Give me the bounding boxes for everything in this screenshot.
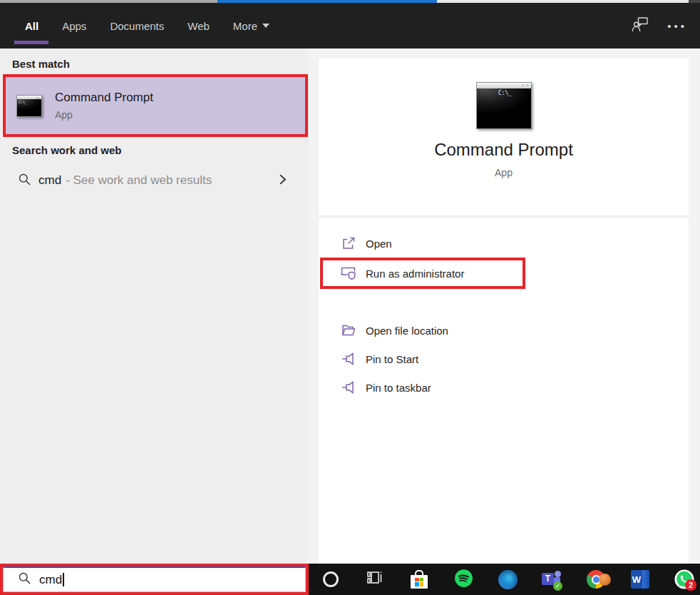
search-input-value: cmd — [39, 573, 62, 586]
preview-panel: - □ × C:\_ Command Prompt App — [309, 49, 700, 564]
divider — [319, 215, 689, 218]
task-view-icon — [366, 569, 384, 589]
search-icon — [18, 173, 31, 189]
active-tab-indicator — [14, 41, 48, 44]
tab-web[interactable]: Web — [187, 20, 210, 32]
search-input[interactable]: cmd — [39, 573, 64, 587]
word-icon: W — [631, 570, 649, 589]
search-web-header: Search work and web — [12, 144, 121, 156]
whatsapp-notification-badge: 2 — [685, 579, 696, 591]
best-match-header: Best match — [12, 58, 70, 70]
whatsapp-icon: 2 — [674, 569, 694, 589]
folder-icon — [341, 322, 356, 338]
web-hint-text: - See work and web results — [66, 173, 212, 188]
action-label: Run as administrator — [366, 268, 464, 280]
taskbar-edge-button[interactable] — [485, 570, 530, 589]
tab-apps[interactable]: Apps — [62, 20, 86, 32]
tab-documents[interactable]: Documents — [110, 20, 164, 32]
action-pin-to-taskbar[interactable]: Pin to taskbar — [341, 373, 431, 402]
result-title: Command Prompt — [55, 91, 153, 105]
chevron-right-icon[interactable] — [279, 173, 287, 188]
admin-shield-icon — [341, 265, 356, 281]
web-query-text: cmd — [38, 173, 61, 188]
web-search-result[interactable]: cmd - See work and web results — [0, 164, 309, 197]
taskbar-cortana-button[interactable] — [309, 571, 353, 587]
taskbar: T ✓ W 2 — [309, 564, 700, 595]
start-search-flyout: All Apps Documents Web More ••• Best mat… — [0, 0, 700, 595]
search-box[interactable]: cmd — [0, 564, 309, 595]
text-caret — [63, 573, 64, 586]
action-label: Open — [366, 238, 392, 250]
filter-tabs: All Apps Documents Web More — [25, 3, 269, 49]
launch-icon — [341, 235, 356, 251]
tab-more-label: More — [233, 20, 257, 32]
best-match-result[interactable]: ▪▪ C:\_ Command Prompt App — [3, 74, 308, 137]
edge-icon — [498, 570, 518, 589]
action-pin-to-start[interactable]: Pin to Start — [341, 345, 418, 373]
spotify-icon — [454, 569, 473, 591]
results-panel: Best match ▪▪ C:\_ Command Prompt App Se… — [0, 49, 309, 564]
preview-card: - □ × C:\_ Command Prompt App — [319, 59, 689, 564]
chevron-down-icon — [262, 24, 269, 28]
preview-app-title: Command Prompt — [319, 140, 689, 160]
preview-app-subtitle: App — [319, 167, 689, 178]
microsoft-store-icon — [410, 570, 428, 589]
taskbar-chrome-button[interactable] — [574, 570, 618, 589]
cortana-icon — [323, 571, 339, 587]
teams-icon: T ✓ — [542, 570, 562, 589]
taskbar-microsoft-store-button[interactable] — [397, 570, 441, 589]
chrome-profile-avatar — [599, 574, 611, 586]
search-icon — [18, 571, 31, 588]
action-label: Pin to Start — [366, 353, 418, 365]
action-open-file-location[interactable]: Open file location — [341, 316, 448, 345]
feedback-icon[interactable] — [632, 16, 649, 35]
teams-status-check-icon: ✓ — [553, 581, 562, 591]
pin-icon — [341, 351, 356, 367]
taskbar-spotify-button[interactable] — [441, 569, 485, 591]
action-open[interactable]: Open — [341, 229, 392, 258]
action-label: Pin to taskbar — [366, 382, 431, 394]
taskbar-task-view-button[interactable] — [353, 569, 397, 589]
pin-icon — [341, 380, 356, 395]
tab-all[interactable]: All — [25, 20, 38, 32]
command-prompt-icon-large: - □ × C:\_ — [476, 82, 532, 129]
action-run-as-administrator[interactable]: Run as administrator — [320, 258, 525, 289]
search-filter-bar: All Apps Documents Web More ••• — [0, 3, 700, 49]
taskbar-word-button[interactable]: W — [618, 570, 662, 589]
taskbar-teams-button[interactable]: T ✓ — [530, 570, 574, 589]
command-prompt-icon: ▪▪ C:\_ — [16, 95, 42, 117]
taskbar-whatsapp-button[interactable]: 2 — [662, 569, 700, 589]
result-subtitle: App — [55, 109, 153, 121]
tab-more[interactable]: More — [233, 20, 269, 32]
more-options-icon[interactable]: ••• — [667, 21, 687, 31]
action-label: Open file location — [366, 325, 448, 337]
